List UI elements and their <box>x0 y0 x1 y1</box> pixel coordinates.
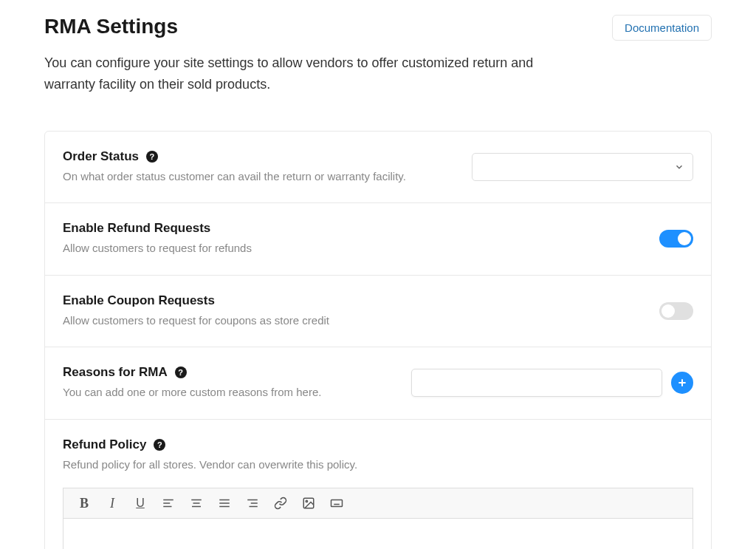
align-left-icon[interactable] <box>161 496 176 511</box>
bold-icon[interactable]: B <box>77 496 92 511</box>
order-status-title: Order Status <box>63 149 139 164</box>
image-icon[interactable] <box>301 496 316 511</box>
setting-row-rma-reasons: Reasons for RMA ? You can add one or mor… <box>45 347 711 420</box>
toggle-knob <box>662 304 675 318</box>
align-justify-icon[interactable] <box>217 496 232 511</box>
refund-policy-title: Refund Policy <box>63 437 146 452</box>
keyboard-icon[interactable] <box>329 496 344 511</box>
setting-row-refund-requests: Enable Refund Requests Allow customers t… <box>45 203 711 276</box>
coupon-requests-desc: Allow customers to request for coupons a… <box>63 313 410 330</box>
setting-row-coupon-requests: Enable Coupon Requests Allow customers t… <box>45 276 711 348</box>
editor-toolbar: B I U <box>63 488 693 519</box>
align-center-icon[interactable] <box>189 496 204 511</box>
refund-policy-desc: Refund policy for all stores. Vendor can… <box>63 457 693 474</box>
help-icon[interactable]: ? <box>146 151 158 163</box>
refund-requests-toggle[interactable] <box>659 230 693 248</box>
setting-row-refund-policy: Refund Policy ? Refund policy for all st… <box>45 420 711 549</box>
underline-icon[interactable]: U <box>133 496 148 511</box>
coupon-requests-title: Enable Coupon Requests <box>63 293 215 308</box>
setting-row-order-status: Order Status ? On what order status cust… <box>45 132 711 204</box>
settings-panel: Order Status ? On what order status cust… <box>44 131 712 549</box>
help-icon[interactable]: ? <box>154 439 165 451</box>
coupon-requests-toggle[interactable] <box>659 302 693 320</box>
refund-requests-desc: Allow customers to request for refunds <box>63 240 410 257</box>
order-status-select[interactable] <box>472 153 693 181</box>
page-subtitle: You can configure your site settings to … <box>44 52 561 95</box>
refund-requests-title: Enable Refund Requests <box>63 221 210 236</box>
refund-policy-editor: B I U <box>63 488 693 549</box>
refund-policy-textarea[interactable] <box>63 519 693 549</box>
page-title: RMA Settings <box>44 15 178 38</box>
documentation-button[interactable]: Documentation <box>612 15 712 41</box>
align-right-icon[interactable] <box>245 496 260 511</box>
rma-reasons-title: Reasons for RMA <box>63 365 168 380</box>
svg-rect-16 <box>331 500 343 507</box>
svg-point-15 <box>306 500 307 502</box>
link-icon[interactable] <box>273 496 288 511</box>
add-reason-button[interactable] <box>671 372 693 394</box>
rma-reasons-desc: You can add one or more custom reasons f… <box>63 384 410 401</box>
italic-icon[interactable]: I <box>105 496 120 511</box>
toggle-knob <box>678 232 691 245</box>
help-icon[interactable]: ? <box>175 366 187 378</box>
order-status-desc: On what order status customer can avail … <box>63 168 410 185</box>
plus-icon <box>676 377 688 389</box>
rma-reason-input[interactable] <box>411 369 662 397</box>
